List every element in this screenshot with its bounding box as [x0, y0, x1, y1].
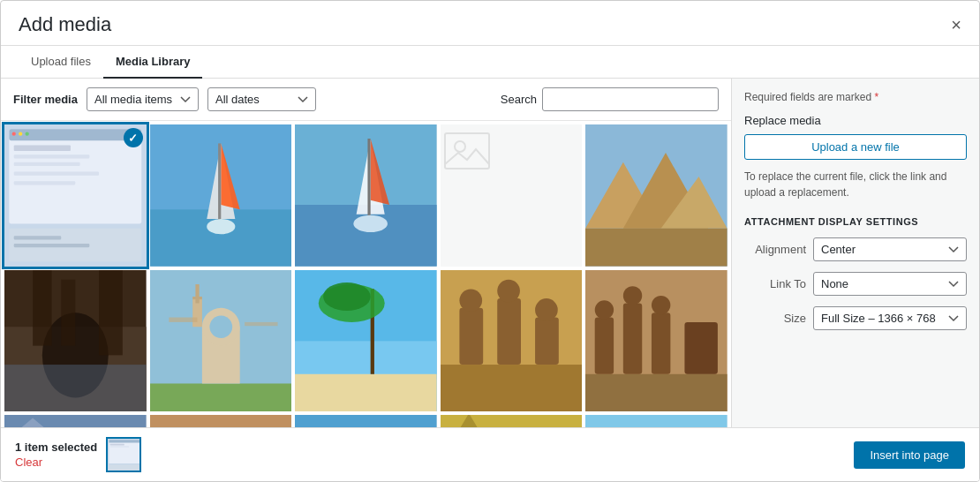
svg-rect-8	[14, 162, 80, 166]
media-item-11[interactable]	[4, 415, 147, 427]
svg-point-44	[209, 315, 232, 338]
svg-rect-72	[685, 321, 718, 373]
media-item-7[interactable]	[150, 270, 292, 412]
svg-rect-85	[109, 440, 142, 442]
required-note: Required fields are marked *	[744, 91, 967, 103]
close-button[interactable]: ×	[951, 16, 961, 34]
tab-bar: Upload files Media Library	[1, 46, 979, 79]
media-item-15[interactable]	[585, 415, 727, 427]
svg-rect-65	[585, 373, 727, 411]
svg-rect-88	[109, 464, 142, 472]
search-label: Search	[501, 93, 537, 106]
svg-rect-10	[14, 181, 76, 185]
modal-header: Add media ×	[1, 1, 979, 46]
svg-rect-38	[99, 270, 123, 355]
add-media-modal: Add media × Upload files Media Library F…	[0, 0, 980, 482]
search-input[interactable]	[542, 87, 719, 111]
svg-rect-32	[585, 229, 727, 267]
replace-media-label: Replace media	[744, 114, 967, 127]
svg-rect-6	[14, 146, 71, 151]
media-item-6[interactable]	[4, 270, 147, 412]
media-item-3[interactable]	[295, 124, 437, 267]
size-select[interactable]: Full Size – 1366 × 768 Large Medium Thum…	[813, 306, 967, 330]
svg-rect-68	[623, 303, 642, 373]
modal-title: Add media	[19, 13, 111, 36]
svg-rect-49	[245, 321, 277, 325]
svg-rect-5	[26, 132, 29, 136]
media-item-13[interactable]	[295, 415, 437, 427]
svg-point-59	[459, 289, 482, 312]
media-item-9[interactable]	[441, 270, 583, 412]
modal-body: Filter media All media items Images Audi…	[1, 79, 979, 427]
media-item-2[interactable]	[150, 124, 292, 267]
selected-checkmark: ✓	[124, 128, 143, 147]
media-item-4[interactable]	[441, 124, 583, 267]
svg-rect-1	[9, 129, 141, 223]
svg-rect-36	[33, 270, 51, 346]
size-label: Size	[744, 312, 806, 325]
svg-point-55	[323, 282, 371, 311]
svg-rect-66	[595, 317, 614, 373]
svg-rect-39	[4, 365, 147, 412]
attachment-settings-label: ATTACHMENT DISPLAY SETTINGS	[744, 216, 967, 227]
svg-rect-3	[12, 132, 16, 136]
sidebar-panel: Required fields are marked * Replace med…	[732, 79, 979, 427]
date-select[interactable]: All dates January 2024 February 2024	[207, 87, 316, 111]
svg-rect-12	[14, 236, 62, 239]
upload-new-file-button[interactable]: Upload a new file	[744, 134, 967, 160]
svg-rect-52	[295, 373, 437, 411]
svg-rect-26	[445, 133, 489, 169]
svg-rect-41	[150, 383, 292, 411]
media-type-select[interactable]: All media items Images Audio Video	[87, 87, 199, 111]
link-to-label: Link To	[744, 277, 806, 290]
svg-rect-51	[295, 341, 437, 379]
svg-point-61	[497, 279, 520, 302]
insert-into-page-button[interactable]: Insert into page	[854, 441, 965, 469]
svg-rect-62	[535, 317, 559, 365]
svg-rect-13	[14, 244, 90, 247]
media-item-12[interactable]	[150, 415, 292, 427]
svg-rect-46	[195, 284, 199, 303]
link-to-select[interactable]: None Media File Attachment Page Custom U…	[813, 272, 967, 296]
media-panel: Filter media All media items Images Audi…	[1, 79, 732, 427]
media-item-14[interactable]	[441, 415, 583, 427]
svg-rect-70	[652, 313, 670, 374]
svg-rect-47	[192, 297, 202, 299]
svg-rect-77	[295, 415, 437, 427]
media-grid-wrapper[interactable]: ✓	[1, 121, 731, 427]
media-grid: ✓	[1, 121, 731, 427]
media-item-5[interactable]	[585, 124, 727, 267]
svg-point-63	[535, 298, 558, 321]
footer-left: 1 item selected Clear	[15, 437, 141, 472]
svg-rect-9	[14, 172, 99, 176]
filter-bar: Filter media All media items Images Audi…	[1, 79, 731, 121]
svg-rect-87	[110, 447, 129, 448]
svg-point-69	[623, 286, 642, 305]
svg-point-19	[207, 219, 235, 234]
tab-media-library[interactable]: Media Library	[103, 46, 203, 79]
svg-rect-48	[169, 317, 197, 321]
svg-rect-7	[14, 154, 90, 158]
svg-rect-86	[110, 444, 124, 446]
svg-rect-84	[109, 440, 142, 463]
svg-point-71	[652, 296, 670, 314]
media-item-8[interactable]	[295, 270, 437, 412]
media-item-10[interactable]	[585, 270, 727, 412]
svg-rect-58	[459, 307, 483, 364]
clear-selection-link[interactable]: Clear	[15, 456, 42, 469]
search-area: Search	[501, 87, 719, 111]
size-row: Size Full Size – 1366 × 768 Large Medium…	[744, 306, 967, 330]
tab-upload-files[interactable]: Upload files	[19, 46, 103, 79]
svg-rect-60	[497, 298, 521, 365]
alignment-label: Alignment	[744, 243, 806, 256]
svg-rect-24	[368, 139, 371, 217]
link-to-row: Link To None Media File Attachment Page …	[744, 272, 967, 296]
media-item-1[interactable]: ✓	[4, 124, 147, 267]
svg-rect-57	[441, 365, 583, 412]
svg-rect-4	[19, 132, 22, 136]
svg-rect-75	[150, 415, 292, 427]
svg-point-25	[354, 215, 388, 232]
selected-thumbnail	[106, 437, 141, 472]
svg-rect-37	[61, 279, 75, 345]
alignment-select[interactable]: Center Left Right None	[813, 237, 967, 261]
